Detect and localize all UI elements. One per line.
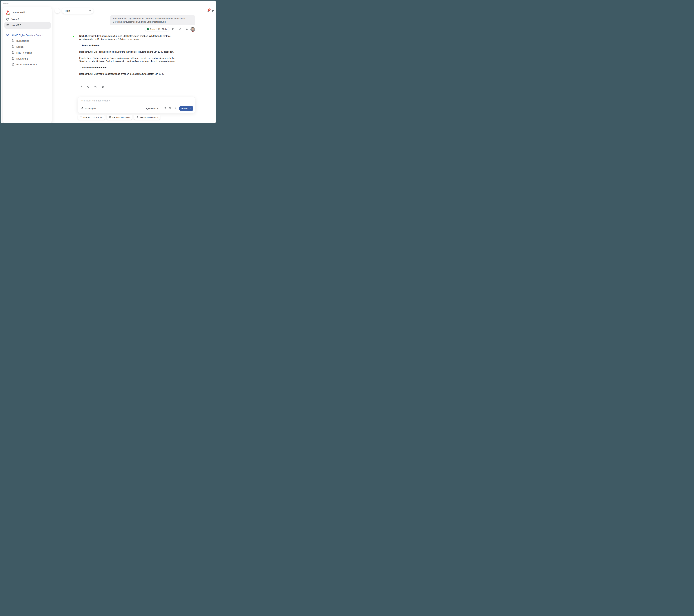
regenerate-response-button[interactable] (87, 86, 90, 89)
sidebar-item-org[interactable]: ACME Digital Solutions GmbH (3, 33, 52, 38)
sidebar-item-label: Marketing g (16, 57, 28, 60)
sidebar-divider (6, 30, 50, 30)
delete-message-button[interactable] (186, 28, 188, 31)
user-message-text: Analysiere die Logistikdaten für unsere … (113, 17, 185, 23)
microphone-icon (174, 107, 177, 110)
assistant-heading: 1. Transportkosten: (79, 44, 177, 47)
copy-icon (94, 86, 97, 89)
assistant-paragraph: Beobachtung: Die Frachtkosten sind aufgr… (79, 50, 177, 53)
attachment-chip-xlsx[interactable]: Quartal_1_21_401.xlsx (78, 115, 105, 120)
window-dot[interactable] (5, 3, 6, 4)
sidebar-item-label: Verlauf (12, 18, 19, 21)
history-icon (6, 17, 9, 21)
send-button[interactable]: Senden (179, 106, 193, 111)
delete-icon (102, 86, 104, 89)
globe-icon (212, 10, 215, 13)
user-message-bubble: Analysiere die Logistikdaten für unsere … (110, 15, 196, 25)
notification-badge: 2 (208, 8, 211, 11)
chevron-down-icon (89, 10, 91, 12)
prompt-scan-button[interactable] (164, 107, 166, 110)
upload-icon (81, 107, 84, 110)
file-icon (12, 63, 15, 66)
microphone-icon (136, 116, 139, 119)
copy-message-button[interactable] (172, 28, 175, 31)
sidebar: hero scale Pro Verlauf (3, 7, 52, 123)
document-icon (109, 116, 111, 119)
window-dot[interactable] (3, 3, 4, 4)
send-button-label: Senden (181, 107, 188, 110)
sidebar-item-verlauf[interactable]: Verlauf (3, 17, 52, 22)
assistant-paragraph: Beobachtung: Überhöhte Lagerbestände erh… (79, 72, 177, 75)
export-icon (79, 86, 82, 89)
swatch-icon (6, 23, 10, 27)
role-dropdown-value: Rolle (65, 10, 70, 12)
assistant-status-dot (73, 36, 74, 37)
voice-input-button[interactable] (174, 107, 177, 110)
file-icon (12, 51, 15, 55)
send-arrow-icon (189, 107, 191, 110)
user-attachment-chip[interactable]: Quartal_1_21_401.xlsx (145, 27, 169, 31)
recent-attachments: Quartal_1_21_401.xlsx Rechnung-84219.pdf… (78, 115, 160, 120)
delete-response-button[interactable] (102, 86, 104, 89)
attachment-name: Quartal_1_21_401.xlsx (150, 28, 167, 30)
sidebar-item-label: heroGPT (12, 24, 21, 26)
excel-file-icon (147, 28, 149, 30)
agent-mode-dropdown[interactable]: Agent-Modus (145, 107, 161, 110)
sidebar-item-label: Buchhaltung (16, 39, 29, 42)
org-label: ACME Digital Solutions GmbH (12, 34, 42, 37)
copy-icon (172, 28, 175, 31)
attachment-chip-pdf[interactable]: Rechnung-84219.pdf (107, 115, 132, 120)
assistant-paragraph: Nach Durchsicht der Logistikdaten für eu… (79, 34, 177, 41)
role-dropdown[interactable]: Rolle (62, 8, 94, 14)
assistant-message: Nach Durchsicht der Logistikdaten für eu… (79, 34, 177, 79)
assistant-paragraph: Empfehlung: Einführung einer Routenoptim… (79, 56, 177, 63)
add-attachment-button[interactable]: Hinzufügen (81, 107, 96, 110)
chevron-left-icon (56, 10, 59, 12)
sidebar-item-herogpt[interactable]: heroGPT (4, 22, 51, 29)
tune-icon (169, 107, 171, 110)
attachment-chip-mp3[interactable]: Besprechung-Q1.mp3 (134, 115, 160, 120)
window-dot[interactable] (7, 3, 8, 4)
export-response-button[interactable] (79, 86, 82, 89)
file-icon (12, 39, 15, 42)
agent-mode-label: Agent-Modus (145, 107, 158, 110)
user-avatar[interactable] (190, 27, 195, 32)
window-titlebar (1, 1, 216, 6)
layers-icon (6, 33, 10, 37)
brand-label: hero scale Pro (12, 11, 27, 14)
sidebar-item-label: Design (16, 46, 23, 48)
table-icon (80, 116, 82, 119)
sidebar-item-pr-communication[interactable]: PR / Communication (3, 62, 52, 67)
assistant-actions (79, 86, 104, 89)
add-attachment-label: Hinzufügen (85, 107, 96, 110)
attachment-name: Quartal_1_21_401.xlsx (84, 116, 103, 119)
tune-button[interactable] (169, 107, 171, 110)
edit-icon (179, 28, 181, 31)
assistant-heading: 2. Bestandsmanagement: (79, 66, 177, 69)
file-icon (12, 45, 15, 49)
chevron-down-icon (159, 107, 161, 110)
sidebar-item-label: HR / Recruiting (16, 52, 32, 54)
regenerate-icon (87, 86, 90, 89)
brand: hero scale Pro (3, 10, 52, 15)
attachment-name: Rechnung-84219.pdf (112, 116, 130, 119)
edit-message-button[interactable] (179, 28, 181, 31)
sidebar-item-marketing[interactable]: Marketing g (3, 57, 52, 61)
sidebar-item-label: PR / Communication (16, 63, 37, 66)
delete-icon (186, 28, 188, 31)
back-button[interactable] (55, 8, 60, 13)
copy-response-button[interactable] (94, 86, 97, 89)
sidebar-item-design[interactable]: Design (3, 45, 52, 49)
message-input[interactable] (81, 99, 190, 104)
sidebar-item-hr-recruiting[interactable]: HR / Recruiting (3, 51, 52, 55)
prompt-scan-icon (164, 107, 166, 110)
file-icon (12, 57, 15, 60)
sidebar-item-buchhaltung[interactable]: Buchhaltung (3, 39, 52, 43)
language-button[interactable] (212, 10, 215, 13)
composer: Hinzufügen Agent-Modus (78, 97, 195, 113)
app-window: hero scale Pro Verlauf (1, 1, 216, 123)
brand-logo-icon (6, 10, 10, 15)
attachment-name: Besprechung-Q1.mp3 (140, 116, 158, 119)
